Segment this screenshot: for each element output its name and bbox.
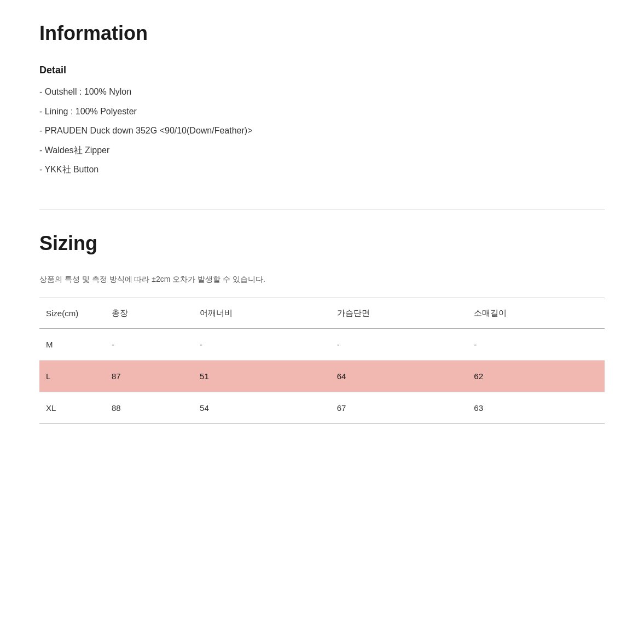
size-label: M [39,328,105,360]
sizing-title: Sizing [39,232,605,255]
total-length-value: - [105,328,193,360]
sizing-table: Size(cm) 총장 어깨너비 가슴단면 소매길이 M - - - - [39,298,605,424]
page-container: Information Detail - Outshell : 100% Nyl… [0,0,644,457]
header-sleeve: 소매길이 [467,298,605,328]
total-length-value: 88 [105,392,193,423]
table-row: M - - - - [39,328,605,360]
shoulder-value: 51 [193,360,330,392]
total-length-value: 87 [105,360,193,392]
shoulder-value: 54 [193,392,330,423]
header-total-length: 총장 [105,298,193,328]
header-shoulder: 어깨너비 [193,298,330,328]
list-item: - Outshell : 100% Nylon [39,85,605,99]
chest-value: 67 [330,392,468,423]
sizing-section: Sizing 상품의 특성 및 측정 방식에 따라 ±2cm 오차가 발생할 수… [39,232,605,424]
header-chest: 가슴단면 [330,298,468,328]
list-item: - Lining : 100% Polyester [39,105,605,119]
shoulder-value: - [193,328,330,360]
chest-value: 64 [330,360,468,392]
detail-list: - Outshell : 100% Nylon - Lining : 100% … [39,85,605,177]
header-size: Size(cm) [39,298,105,328]
size-label: XL [39,392,105,423]
chest-value: - [330,328,468,360]
table-row-highlighted: L 87 51 64 62 [39,360,605,392]
sleeve-value: 62 [467,360,605,392]
section-divider [39,210,605,210]
detail-heading: Detail [39,65,605,76]
page-title: Information [39,22,605,45]
sleeve-value: - [467,328,605,360]
sizing-table-wrapper: Size(cm) 총장 어깨너비 가슴단면 소매길이 M - - - - [39,298,605,424]
detail-section: Detail - Outshell : 100% Nylon - Lining … [39,65,605,177]
sizing-subtitle: 상품의 특성 및 측정 방식에 따라 ±2cm 오차가 발생할 수 있습니다. [39,275,605,285]
list-item: - PRAUDEN Duck down 352G <90/10(Down/Fea… [39,124,605,138]
list-item: - Waldes社 Zipper [39,143,605,158]
list-item: - YKK社 Button [39,163,605,177]
table-row: XL 88 54 67 63 [39,392,605,423]
size-label: L [39,360,105,392]
sleeve-value: 63 [467,392,605,423]
table-header-row: Size(cm) 총장 어깨너비 가슴단면 소매길이 [39,298,605,328]
